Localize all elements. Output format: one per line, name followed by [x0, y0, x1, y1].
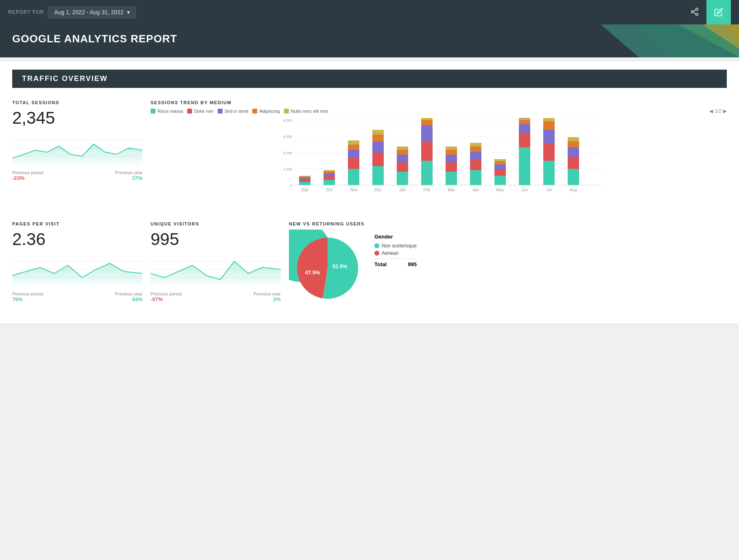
page-title: GOOGLE ANALYTICS REPORT	[12, 33, 727, 45]
sessions-trend-label: SESSIONS TREND BY MEDIUM	[151, 100, 727, 105]
svg-rect-46	[397, 155, 408, 162]
svg-rect-39	[372, 166, 384, 185]
legend-label-0: Risus massa	[157, 109, 183, 114]
legend-item-0: Risus massa	[151, 109, 183, 114]
svg-rect-88	[568, 137, 579, 141]
svg-rect-81	[543, 130, 555, 143]
svg-rect-80	[543, 143, 555, 161]
gender-name-1: Aenean	[382, 250, 398, 256]
next-page-icon[interactable]: ▶	[723, 108, 727, 114]
svg-rect-44	[397, 172, 408, 185]
pages-prev-year-label: Previous year	[115, 291, 142, 296]
traffic-overview-header: TRAFFIC OVERVIEW	[12, 70, 727, 88]
svg-rect-49	[421, 161, 433, 185]
svg-rect-26	[299, 178, 310, 179]
legend-item-4: Nulla nunc elit erat	[284, 109, 328, 114]
edit-icon	[714, 8, 723, 17]
svg-rect-55	[446, 162, 457, 172]
svg-rect-35	[348, 158, 359, 169]
pie-chart: 47.5% 52.5%	[289, 230, 366, 307]
svg-rect-57	[446, 150, 457, 155]
svg-rect-59	[470, 170, 481, 185]
sessions-trend-card: SESSIONS TREND BY MEDIUM Risus massa Dol…	[151, 96, 727, 209]
svg-point-2	[696, 13, 698, 15]
svg-rect-76	[519, 124, 530, 133]
gender-dot-0	[374, 243, 379, 248]
svg-rect-41	[372, 142, 384, 153]
pages-per-visit-value: 2.36	[12, 230, 142, 249]
pages-prev-year: Previous year 34%	[115, 291, 142, 302]
total-sessions-chart	[12, 132, 142, 164]
svg-rect-38	[348, 140, 359, 144]
legend-label-2: Sed in amet	[225, 109, 249, 114]
header: REPORT FOR Aug 1, 2022 - Aug 31, 2022 ▾	[0, 0, 739, 24]
gender-legend-title: Gender	[374, 234, 417, 240]
svg-rect-74	[519, 147, 530, 185]
svg-rect-65	[494, 169, 506, 176]
unique-visitors-card: UNIQUE VISITORS 995 Previous period	[151, 217, 281, 311]
svg-rect-68	[494, 159, 506, 161]
svg-rect-40	[372, 153, 384, 166]
sessions-bar-chart: 6,000 4,500 3,000 1,500 0	[151, 118, 727, 203]
report-for-label: REPORT FOR	[8, 9, 44, 15]
date-range-value: Aug 1, 2022 - Aug 31, 2022	[54, 9, 123, 15]
gender-legend-item-1: Aenean	[374, 250, 417, 256]
bottom-metrics-grid: PAGES PER VISIT 2.36 Previous period	[12, 217, 727, 311]
svg-rect-86	[568, 147, 579, 157]
svg-text:4,500: 4,500	[283, 135, 292, 139]
svg-marker-109	[151, 261, 281, 285]
gender-total: Total 995	[374, 258, 417, 267]
svg-text:Sep: Sep	[301, 188, 308, 192]
pages-prev-period-label: Previous period	[12, 291, 43, 296]
svg-rect-36	[348, 150, 359, 158]
edit-button[interactable]	[706, 0, 731, 24]
legend-color-2	[218, 109, 223, 114]
svg-text:May: May	[496, 188, 504, 192]
svg-rect-82	[543, 121, 555, 130]
legend-color-3	[252, 109, 257, 114]
svg-rect-42	[372, 135, 384, 142]
svg-rect-25	[299, 179, 310, 182]
title-section: GOOGLE ANALYTICS REPORT	[0, 24, 739, 57]
svg-rect-66	[494, 164, 506, 169]
gender-total-label: Total	[374, 261, 387, 267]
unique-visitors-chart	[151, 253, 281, 286]
svg-rect-29	[324, 180, 335, 185]
pages-per-visit-chart	[12, 253, 142, 286]
svg-rect-31	[324, 173, 335, 176]
svg-rect-56	[446, 155, 457, 162]
svg-rect-62	[470, 147, 481, 152]
svg-text:6,000: 6,000	[283, 118, 292, 122]
svg-rect-34	[348, 169, 359, 185]
svg-text:3,000: 3,000	[283, 151, 292, 155]
gender-dot-1	[374, 251, 379, 256]
header-right	[683, 0, 731, 24]
pages-per-visit-label: PAGES PER VISIT	[12, 221, 142, 226]
prev-page-icon[interactable]: ◀	[709, 108, 713, 114]
svg-rect-45	[397, 162, 408, 172]
svg-text:Mar: Mar	[448, 188, 455, 192]
share-button[interactable]	[683, 3, 706, 22]
sessions-comparison: Previous period -23% Previous year 37%	[12, 170, 142, 181]
main-content: TRAFFIC OVERVIEW TOTAL SESSIONS 2,345	[0, 61, 739, 323]
chevron-down-icon: ▾	[127, 9, 130, 15]
visitors-prev-period-value: -57%	[151, 296, 181, 302]
gender-legend-item-0: Non scelerisque	[374, 243, 417, 249]
svg-rect-84	[568, 169, 579, 185]
pages-prev-year-value: 34%	[115, 296, 142, 302]
svg-rect-33	[324, 170, 335, 171]
svg-point-0	[696, 8, 698, 10]
svg-rect-63	[470, 143, 481, 147]
total-sessions-card: TOTAL SESSIONS 2,345 Previous period	[12, 96, 142, 209]
gender-total-value: 995	[408, 261, 417, 267]
date-range-selector[interactable]: Aug 1, 2022 - Aug 31, 2022 ▾	[48, 6, 136, 18]
svg-rect-87	[568, 141, 579, 147]
visitors-prev-year-value: 2%	[254, 296, 281, 302]
legend-item-1: Dolor non	[187, 109, 214, 114]
chart-pagination[interactable]: ◀ 1/2 ▶	[709, 108, 727, 114]
svg-rect-24	[299, 182, 310, 185]
pages-comparison: Previous period 79% Previous year 34%	[12, 291, 142, 302]
total-sessions-value: 2,345	[12, 108, 142, 128]
svg-rect-60	[470, 160, 481, 170]
svg-marker-105	[12, 263, 142, 285]
